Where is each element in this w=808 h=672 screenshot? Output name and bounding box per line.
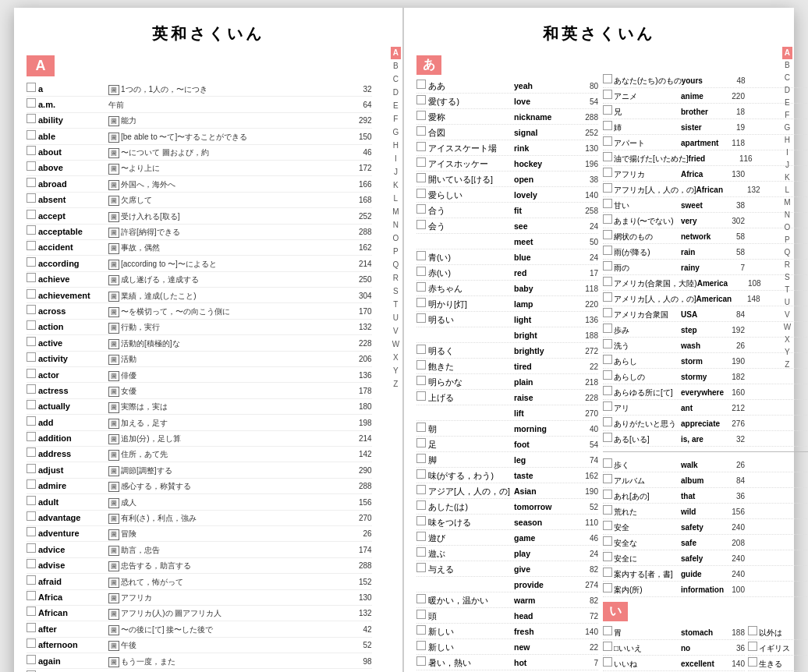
entry-checkbox[interactable]: [27, 591, 36, 600]
sidebar-letter-W[interactable]: W: [391, 338, 401, 351]
jp-checkbox[interactable]: [416, 157, 426, 167]
jp-checkbox[interactable]: [416, 438, 426, 447]
entry-checkbox[interactable]: [27, 447, 36, 457]
sidebar-letter-Q[interactable]: Q: [391, 259, 401, 271]
rc-checkbox[interactable]: [603, 433, 612, 442]
jp-checkbox[interactable]: [416, 126, 426, 136]
sidebar-letter-A[interactable]: A: [391, 47, 401, 59]
rc-checkbox[interactable]: [603, 308, 612, 317]
sidebar-letter-D[interactable]: D: [391, 87, 401, 99]
jp-checkbox[interactable]: [416, 610, 426, 619]
sidebar-letter-G[interactable]: G: [391, 126, 401, 139]
sidebar-letter-Z[interactable]: Z: [391, 378, 401, 391]
rc-checkbox[interactable]: [603, 261, 612, 271]
entry-checkbox[interactable]: [27, 257, 36, 267]
sidebar-letter-I[interactable]: I: [391, 153, 401, 165]
rc-checkbox[interactable]: [603, 339, 612, 348]
rc-checkbox[interactable]: [603, 324, 612, 333]
sidebar-letter-K[interactable]: K: [782, 172, 792, 184]
rc-checkbox[interactable]: [603, 568, 612, 577]
rc-checkbox[interactable]: [603, 152, 612, 161]
jp-checkbox[interactable]: [416, 173, 426, 182]
rc-checkbox[interactable]: [603, 521, 612, 530]
jp-checkbox[interactable]: [416, 376, 426, 385]
entry-checkbox[interactable]: [27, 384, 36, 394]
entry-checkbox[interactable]: [27, 98, 36, 108]
rc-checkbox[interactable]: [748, 657, 757, 667]
sidebar-letter-L[interactable]: L: [391, 193, 401, 205]
entry-checkbox[interactable]: [27, 273, 36, 282]
sidebar-letter-Y[interactable]: Y: [782, 346, 792, 359]
jp-checkbox[interactable]: [416, 547, 426, 557]
sidebar-letter-L[interactable]: L: [782, 184, 792, 196]
entry-checkbox[interactable]: [27, 114, 36, 123]
entry-checkbox[interactable]: [27, 369, 36, 378]
rc-checkbox[interactable]: [603, 490, 612, 499]
jp-checkbox[interactable]: [416, 594, 426, 603]
sidebar-letter-I[interactable]: I: [782, 147, 792, 159]
entry-checkbox[interactable]: [27, 479, 36, 489]
jp-checkbox[interactable]: [416, 469, 426, 479]
rc-checkbox[interactable]: [603, 246, 612, 255]
entry-checkbox[interactable]: [27, 225, 36, 235]
jp-checkbox[interactable]: [416, 111, 426, 120]
sidebar-letter-U[interactable]: U: [391, 312, 401, 324]
sidebar-letter-T[interactable]: T: [391, 299, 401, 311]
sidebar-letter-O[interactable]: O: [391, 232, 401, 245]
rc-checkbox[interactable]: [603, 583, 612, 592]
jp-checkbox[interactable]: [416, 80, 426, 89]
sidebar-letter-C[interactable]: C: [391, 73, 401, 86]
jp-checkbox[interactable]: [416, 454, 426, 463]
entry-checkbox[interactable]: [27, 320, 36, 330]
jp-checkbox[interactable]: [416, 563, 426, 572]
entry-checkbox[interactable]: [27, 638, 36, 648]
entry-checkbox[interactable]: [27, 130, 36, 140]
entry-checkbox[interactable]: [27, 559, 36, 568]
entry-checkbox[interactable]: [27, 432, 36, 441]
sidebar-letter-P[interactable]: P: [782, 234, 792, 246]
sidebar-letter-P[interactable]: P: [391, 246, 401, 258]
entry-checkbox[interactable]: [27, 543, 36, 553]
rc-checkbox[interactable]: [748, 642, 757, 651]
sidebar-letter-U[interactable]: U: [782, 296, 792, 309]
jp-checkbox[interactable]: [416, 345, 426, 354]
sidebar-letter-S[interactable]: S: [391, 285, 401, 298]
sidebar-letter-G[interactable]: G: [782, 122, 792, 134]
rc-checkbox[interactable]: [603, 505, 612, 515]
rc-checkbox[interactable]: [603, 136, 612, 146]
sidebar-letter-F[interactable]: F: [782, 109, 792, 122]
sidebar-letter-B[interactable]: B: [782, 59, 792, 72]
sidebar-letter-O[interactable]: O: [782, 221, 792, 234]
rc-checkbox[interactable]: [603, 214, 612, 224]
sidebar-letter-R[interactable]: R: [782, 259, 792, 271]
jp-checkbox[interactable]: [416, 267, 426, 276]
jp-checkbox[interactable]: [416, 656, 426, 666]
entry-checkbox[interactable]: [27, 83, 36, 92]
sidebar-letter-R[interactable]: R: [391, 272, 401, 285]
sidebar-letter-M[interactable]: M: [391, 206, 401, 218]
entry-checkbox[interactable]: [27, 161, 36, 171]
rc-checkbox[interactable]: [603, 626, 612, 635]
rc-checkbox[interactable]: [603, 74, 612, 83]
jp-checkbox[interactable]: [416, 95, 426, 104]
sidebar-letter-E[interactable]: E: [391, 100, 401, 112]
rc-checkbox[interactable]: [603, 474, 612, 483]
sidebar-letter-D[interactable]: D: [782, 84, 792, 97]
sidebar-letter-F[interactable]: F: [391, 113, 401, 126]
jp-checkbox[interactable]: [416, 391, 426, 401]
sidebar-letter-H[interactable]: H: [782, 134, 792, 147]
sidebar-letter-J[interactable]: J: [391, 166, 401, 179]
rc-checkbox[interactable]: [603, 90, 612, 99]
entry-checkbox[interactable]: [27, 178, 36, 187]
jp-checkbox[interactable]: [416, 282, 426, 292]
rc-checkbox[interactable]: [603, 168, 612, 177]
rc-checkbox[interactable]: [603, 230, 612, 239]
jp-checkbox[interactable]: [416, 516, 426, 525]
sidebar-letter-H[interactable]: H: [391, 140, 401, 152]
sidebar-letter-X[interactable]: X: [782, 334, 792, 346]
sidebar-letter-S[interactable]: S: [782, 271, 792, 284]
entry-checkbox[interactable]: [27, 352, 36, 362]
entry-checkbox[interactable]: [27, 496, 36, 505]
entry-checkbox[interactable]: [27, 607, 36, 616]
entry-checkbox[interactable]: [27, 400, 36, 409]
